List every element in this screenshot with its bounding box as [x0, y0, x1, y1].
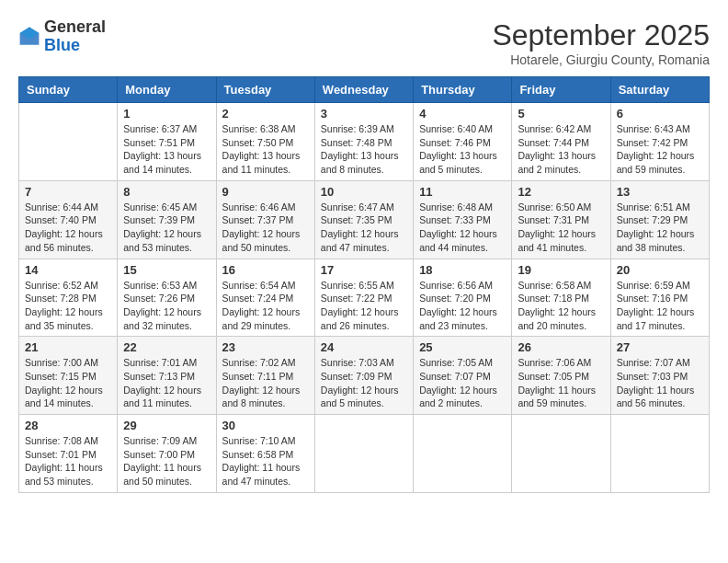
day-info: Sunrise: 6:37 AMSunset: 7:51 PMDaylight:… — [123, 122, 210, 177]
day-info: Sunrise: 6:48 AMSunset: 7:33 PMDaylight:… — [419, 201, 506, 255]
table-row: 23Sunrise: 7:02 AMSunset: 7:11 PMDayligh… — [216, 337, 314, 415]
day-number: 7 — [25, 185, 111, 199]
day-info: Sunrise: 6:55 AMSunset: 7:22 PMDaylight:… — [321, 279, 407, 333]
day-info: Sunrise: 7:10 AMSunset: 6:58 PMDaylight:… — [222, 434, 309, 488]
logo-text: General Blue — [44, 18, 106, 55]
table-row: 24Sunrise: 7:03 AMSunset: 7:09 PMDayligh… — [314, 337, 413, 415]
calendar-week-5: 28Sunrise: 7:08 AMSunset: 7:01 PMDayligh… — [19, 415, 710, 493]
calendar-week-2: 7Sunrise: 6:44 AMSunset: 7:40 PMDaylight… — [19, 180, 710, 259]
day-info: Sunrise: 6:38 AMSunset: 7:50 PMDaylight:… — [222, 122, 309, 177]
day-number: 16 — [222, 263, 309, 277]
day-number: 24 — [321, 340, 407, 354]
day-info: Sunrise: 7:06 AMSunset: 7:05 PMDaylight:… — [518, 356, 604, 410]
day-info: Sunrise: 7:07 AMSunset: 7:03 PMDaylight:… — [617, 356, 703, 410]
day-number: 12 — [518, 185, 604, 199]
page-header: General Blue September 2025 Hotarele, Gi… — [18, 18, 710, 67]
table-row: 10Sunrise: 6:47 AMSunset: 7:35 PMDayligh… — [314, 180, 413, 259]
day-info: Sunrise: 6:39 AMSunset: 7:48 PMDaylight:… — [321, 122, 407, 177]
day-info: Sunrise: 7:01 AMSunset: 7:13 PMDaylight:… — [123, 356, 210, 410]
day-number: 25 — [419, 340, 506, 354]
table-row: 14Sunrise: 6:52 AMSunset: 7:28 PMDayligh… — [19, 259, 118, 337]
table-row: 8Sunrise: 6:45 AMSunset: 7:39 PMDaylight… — [118, 180, 216, 259]
header-monday: Monday — [118, 77, 216, 103]
day-info: Sunrise: 6:54 AMSunset: 7:24 PMDaylight:… — [222, 279, 309, 333]
day-number: 30 — [222, 419, 309, 432]
day-number: 15 — [123, 263, 210, 277]
table-row: 4Sunrise: 6:40 AMSunset: 7:46 PMDaylight… — [414, 103, 512, 181]
day-number: 13 — [617, 185, 703, 199]
calendar-table: Sunday Monday Tuesday Wednesday Thursday… — [18, 76, 710, 493]
day-number: 8 — [123, 185, 210, 199]
day-number: 1 — [123, 107, 210, 121]
table-row: 28Sunrise: 7:08 AMSunset: 7:01 PMDayligh… — [19, 415, 118, 493]
day-info: Sunrise: 6:45 AMSunset: 7:39 PMDaylight:… — [123, 201, 210, 255]
table-row: 18Sunrise: 6:56 AMSunset: 7:20 PMDayligh… — [414, 259, 512, 337]
day-info: Sunrise: 6:43 AMSunset: 7:42 PMDaylight:… — [617, 122, 703, 177]
day-number: 5 — [518, 107, 604, 121]
day-number: 23 — [222, 340, 309, 354]
table-row: 1Sunrise: 6:37 AMSunset: 7:51 PMDaylight… — [118, 103, 216, 181]
day-number: 6 — [617, 107, 703, 121]
day-number: 28 — [25, 419, 111, 432]
day-info: Sunrise: 7:00 AMSunset: 7:15 PMDaylight:… — [25, 356, 111, 410]
logo-icon — [18, 26, 40, 48]
table-row: 13Sunrise: 6:51 AMSunset: 7:29 PMDayligh… — [610, 180, 709, 259]
day-number: 29 — [123, 419, 210, 432]
table-row: 16Sunrise: 6:54 AMSunset: 7:24 PMDayligh… — [216, 259, 314, 337]
day-info: Sunrise: 6:42 AMSunset: 7:44 PMDaylight:… — [518, 122, 604, 177]
day-info: Sunrise: 6:59 AMSunset: 7:16 PMDaylight:… — [617, 279, 703, 333]
location-subtitle: Hotarele, Giurgiu County, Romania — [492, 52, 710, 67]
table-row: 22Sunrise: 7:01 AMSunset: 7:13 PMDayligh… — [118, 337, 216, 415]
day-number: 10 — [321, 185, 407, 199]
header-saturday: Saturday — [610, 77, 709, 103]
day-number: 11 — [419, 185, 506, 199]
table-row — [414, 415, 512, 493]
day-info: Sunrise: 7:08 AMSunset: 7:01 PMDaylight:… — [25, 434, 111, 488]
header-friday: Friday — [512, 77, 610, 103]
day-number: 17 — [321, 263, 407, 277]
title-section: September 2025 Hotarele, Giurgiu County,… — [492, 18, 710, 67]
header-wednesday: Wednesday — [314, 77, 413, 103]
calendar-header-row: Sunday Monday Tuesday Wednesday Thursday… — [19, 77, 710, 103]
table-row: 5Sunrise: 6:42 AMSunset: 7:44 PMDaylight… — [512, 103, 610, 181]
day-number: 14 — [25, 263, 111, 277]
day-number: 4 — [419, 107, 506, 121]
day-info: Sunrise: 6:53 AMSunset: 7:26 PMDaylight:… — [123, 279, 210, 333]
calendar-week-3: 14Sunrise: 6:52 AMSunset: 7:28 PMDayligh… — [19, 259, 710, 337]
month-title: September 2025 — [492, 18, 710, 52]
day-info: Sunrise: 6:52 AMSunset: 7:28 PMDaylight:… — [25, 279, 111, 333]
table-row: 15Sunrise: 6:53 AMSunset: 7:26 PMDayligh… — [118, 259, 216, 337]
header-thursday: Thursday — [414, 77, 512, 103]
calendar-week-1: 1Sunrise: 6:37 AMSunset: 7:51 PMDaylight… — [19, 103, 710, 181]
day-number: 19 — [518, 263, 604, 277]
day-info: Sunrise: 6:44 AMSunset: 7:40 PMDaylight:… — [25, 201, 111, 255]
table-row: 25Sunrise: 7:05 AMSunset: 7:07 PMDayligh… — [414, 337, 512, 415]
table-row — [314, 415, 413, 493]
table-row: 17Sunrise: 6:55 AMSunset: 7:22 PMDayligh… — [314, 259, 413, 337]
table-row: 27Sunrise: 7:07 AMSunset: 7:03 PMDayligh… — [610, 337, 709, 415]
calendar-week-4: 21Sunrise: 7:00 AMSunset: 7:15 PMDayligh… — [19, 337, 710, 415]
table-row: 20Sunrise: 6:59 AMSunset: 7:16 PMDayligh… — [610, 259, 709, 337]
table-row: 6Sunrise: 6:43 AMSunset: 7:42 PMDaylight… — [610, 103, 709, 181]
day-number: 3 — [321, 107, 407, 121]
day-number: 20 — [617, 263, 703, 277]
day-info: Sunrise: 6:40 AMSunset: 7:46 PMDaylight:… — [419, 122, 506, 177]
logo: General Blue — [18, 18, 106, 55]
day-info: Sunrise: 7:05 AMSunset: 7:07 PMDaylight:… — [419, 356, 506, 410]
table-row: 9Sunrise: 6:46 AMSunset: 7:37 PMDaylight… — [216, 180, 314, 259]
table-row: 2Sunrise: 6:38 AMSunset: 7:50 PMDaylight… — [216, 103, 314, 181]
table-row — [512, 415, 610, 493]
day-number: 2 — [222, 107, 309, 121]
day-info: Sunrise: 7:03 AMSunset: 7:09 PMDaylight:… — [321, 356, 407, 410]
day-number: 18 — [419, 263, 506, 277]
table-row: 30Sunrise: 7:10 AMSunset: 6:58 PMDayligh… — [216, 415, 314, 493]
table-row — [19, 103, 118, 181]
day-info: Sunrise: 6:51 AMSunset: 7:29 PMDaylight:… — [617, 201, 703, 255]
table-row — [610, 415, 709, 493]
logo-general: General — [44, 18, 106, 37]
day-number: 27 — [617, 340, 703, 354]
day-info: Sunrise: 7:02 AMSunset: 7:11 PMDaylight:… — [222, 356, 309, 410]
day-info: Sunrise: 7:09 AMSunset: 7:00 PMDaylight:… — [123, 434, 210, 488]
day-number: 21 — [25, 340, 111, 354]
day-number: 9 — [222, 185, 309, 199]
